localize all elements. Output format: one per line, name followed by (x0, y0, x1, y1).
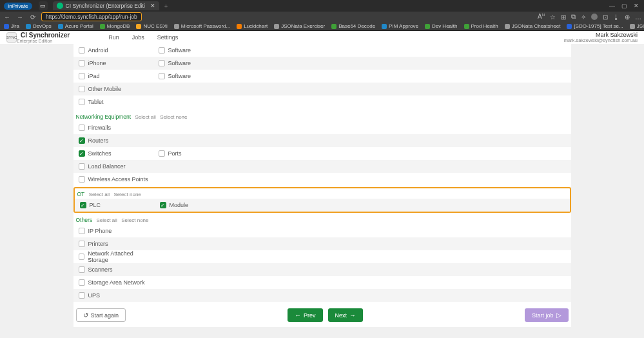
checkbox[interactable] (79, 73, 85, 79)
option-row: ✓Routers (73, 134, 571, 147)
option-label: Tablet (88, 99, 104, 105)
window-minimize-icon[interactable]: — (609, 3, 615, 9)
window-close-icon[interactable]: ✕ (634, 3, 639, 9)
bookmark-item[interactable]: [SDO-1975] Test se... (567, 23, 623, 29)
bookmark-item[interactable]: JSONata Cheatsheet (505, 23, 561, 29)
app-header: SYNC CI Synchronizer Enterprise Edition … (0, 31, 644, 44)
bookmark-item[interactable]: JSONata Exerciser (274, 23, 325, 29)
app-logo-icon: SYNC (6, 32, 17, 43)
bookmark-label: JSONata Exerciser (281, 23, 325, 29)
nav-jobs[interactable]: Jobs (132, 34, 144, 41)
checkbox[interactable] (79, 241, 85, 247)
select-all-networking[interactable]: Select all (135, 114, 155, 120)
option-label: Printers (88, 241, 108, 247)
browser-tab[interactable]: CI Synchronizer (Enterprise Editi ✕ (53, 1, 159, 10)
checkbox[interactable] (79, 279, 85, 286)
checkbox[interactable] (79, 163, 85, 170)
address-bar[interactable]: https://demo.syncfish.app/app/run-job (41, 12, 142, 21)
checkbox[interactable] (79, 60, 85, 66)
checkbox[interactable] (79, 99, 85, 105)
bookmark-favicon-icon (100, 24, 105, 29)
checkbox[interactable] (79, 254, 85, 260)
option-row: iPadSoftware (73, 70, 571, 83)
profile-icon[interactable] (591, 14, 598, 20)
new-tab-button[interactable]: ＋ (162, 1, 171, 10)
tab-close-icon[interactable]: ✕ (150, 3, 155, 9)
next-label: Next (335, 312, 347, 319)
section-title-networking: Networking Equipment (76, 114, 132, 120)
nav-run[interactable]: Run (108, 34, 119, 41)
bookmark-label: Dev Health (432, 23, 458, 29)
bookmark-label: [SDO-1975] Test se... (574, 23, 623, 29)
ext-icon[interactable]: AN (538, 13, 545, 20)
checkbox[interactable] (79, 47, 85, 54)
menu-icon[interactable]: … (635, 14, 641, 21)
collections-icon[interactable]: ⧉ (571, 13, 576, 21)
tab-title: CI Synchronizer (Enterprise Editi (66, 3, 145, 9)
bookmark-item[interactable]: Dev Health (425, 23, 458, 29)
browser-titlebar: InPrivate ▭ CI Synchronizer (Enterprise … (0, 0, 644, 12)
ext4-icon[interactable]: ⊡ (603, 14, 608, 21)
option-label: Android (88, 47, 108, 54)
checkbox[interactable] (79, 86, 85, 92)
bookmark-label: JSON Diff (637, 23, 644, 29)
ext5-icon[interactable]: ⊕ (625, 14, 630, 21)
option-label: Ports (168, 150, 182, 157)
next-button[interactable]: Next → (328, 308, 364, 322)
select-all-ot[interactable]: Select all (89, 192, 110, 197)
nav-reload-icon[interactable]: ⟳ (28, 12, 37, 21)
bookmark-bar: JiraDevOpsAzure PortalMongoDBNUC ESXiMic… (0, 22, 644, 31)
checkbox[interactable] (79, 266, 85, 273)
checkbox[interactable] (79, 228, 85, 234)
bookmark-item[interactable]: MongoDB (100, 23, 130, 29)
checkbox[interactable]: ✓ (79, 137, 85, 144)
select-all-others[interactable]: Select all (96, 217, 117, 223)
option-label: Firewalls (88, 124, 112, 131)
checkbox[interactable]: ✓ (160, 202, 166, 208)
bookmark-item[interactable]: Jira (4, 23, 19, 29)
checkbox[interactable] (159, 60, 165, 66)
checkbox[interactable] (159, 150, 165, 157)
bookmark-item[interactable]: Lucidchart (237, 23, 268, 29)
option-row: ✓PLC✓Module (75, 199, 570, 212)
option-label: Storage Area Network (88, 279, 145, 286)
bookmark-item[interactable]: Prod Health (464, 23, 498, 29)
checkbox[interactable] (79, 292, 85, 299)
option-row: ✓SwitchesPorts (73, 147, 571, 160)
select-none-others[interactable]: Select none (121, 217, 148, 223)
window-icon[interactable]: ▭ (39, 1, 48, 10)
bookmark-label: Microsoft Password... (181, 23, 230, 29)
bookmark-item[interactable]: Azure Portal (58, 23, 93, 29)
inprivate-badge: InPrivate (4, 3, 32, 10)
section-head-ot: OT Select all Select none (75, 188, 570, 199)
option-label: Other Mobile (88, 86, 122, 92)
checkbox[interactable]: ✓ (79, 150, 85, 157)
nav-settings[interactable]: Settings (157, 34, 179, 41)
window-maximize-icon[interactable]: ▢ (621, 3, 627, 9)
start-again-button[interactable]: ↺ Start again (76, 308, 126, 322)
select-none-networking[interactable]: Select none (160, 114, 187, 120)
bookmark-item[interactable]: NUC ESXi (136, 23, 167, 29)
option-label: Routers (88, 137, 109, 144)
checkbox[interactable] (79, 124, 85, 131)
bookmark-item[interactable]: JSON Diff (630, 23, 644, 29)
favorites-icon[interactable]: ☆ (550, 14, 556, 21)
ext3-icon[interactable]: ✧ (581, 14, 586, 21)
downloads-icon[interactable]: ⭳ (613, 14, 620, 21)
ext2-icon[interactable]: ⊞ (561, 14, 566, 21)
prev-button[interactable]: ← Prev (288, 308, 323, 322)
start-job-button[interactable]: Start job ▷ (525, 308, 569, 322)
nav-forward-icon[interactable]: → (15, 12, 24, 21)
checkbox[interactable] (79, 176, 85, 183)
checkbox[interactable] (159, 47, 165, 54)
bookmark-item[interactable]: Microsoft Password... (174, 23, 230, 29)
nav-back-icon[interactable]: ← (3, 12, 12, 21)
select-none-ot[interactable]: Select none (114, 192, 141, 197)
checkbox[interactable] (159, 73, 165, 79)
bookmark-item[interactable]: DevOps (26, 23, 52, 29)
start-job-label: Start job (532, 312, 554, 319)
bookmark-item[interactable]: PIM Approve (382, 23, 418, 29)
bookmark-item[interactable]: Base64 Decode (331, 23, 375, 29)
checkbox[interactable]: ✓ (80, 202, 86, 208)
bookmark-label: DevOps (33, 23, 52, 29)
